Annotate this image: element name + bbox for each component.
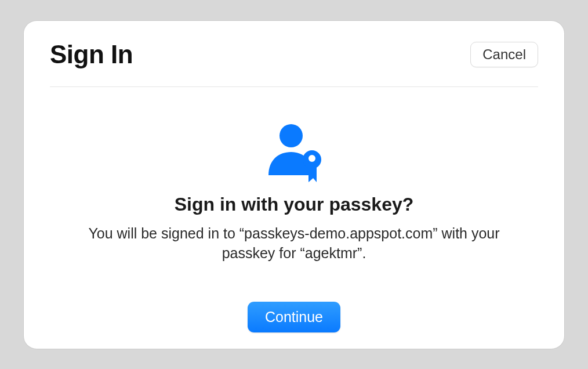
dialog-title: Sign In — [50, 40, 133, 69]
cancel-button[interactable]: Cancel — [470, 42, 538, 67]
sign-in-dialog: Sign In Cancel Sign in with your passkey… — [24, 21, 564, 349]
passkey-icon — [262, 122, 326, 183]
svg-point-0 — [280, 124, 303, 147]
dialog-header: Sign In Cancel — [50, 40, 538, 87]
dialog-content: Sign in with your passkey? You will be s… — [50, 87, 538, 332]
continue-button[interactable]: Continue — [248, 302, 340, 332]
prompt-description: You will be signed in to “passkeys-demo.… — [74, 223, 514, 263]
svg-point-2 — [308, 155, 315, 162]
prompt-title: Sign in with your passkey? — [175, 194, 414, 215]
